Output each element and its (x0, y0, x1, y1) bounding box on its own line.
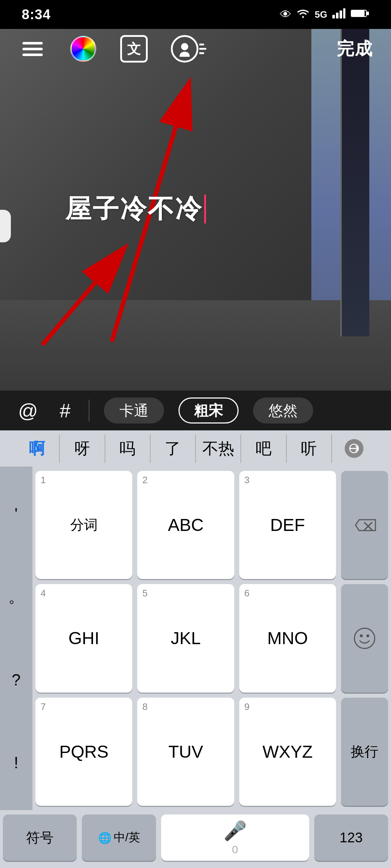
key-7-pqrs[interactable]: 7 PQRS (35, 698, 132, 806)
suggestion-bar: 啊 呀 吗 了 不热 吧 听 (0, 430, 391, 467)
question-key[interactable]: ? (2, 662, 31, 698)
key-4-ghi[interactable]: 4 GHI (35, 584, 132, 692)
mic-icon: 🎤 (223, 820, 247, 842)
voice-icon (171, 35, 198, 63)
space-key[interactable]: 🎤 0 (161, 814, 309, 861)
delete-suggestion-button[interactable] (332, 435, 377, 461)
svg-rect-0 (332, 15, 335, 18)
svg-rect-5 (367, 12, 369, 15)
enter-key[interactable]: 符号 换行 (341, 698, 388, 806)
text-zh-icon: 文 (120, 35, 148, 63)
keys-row-3: 7 PQRS 8 TUV 9 WXYZ 符号 换行 (35, 698, 388, 806)
suggestion-le[interactable]: 了 (151, 434, 196, 463)
suggestion-ma[interactable]: 吗 (105, 434, 151, 463)
color-wheel-icon (70, 36, 96, 62)
keys-row-2: 4 GHI 5 JKL 6 MNO (35, 584, 388, 692)
status-bar: 8:34 👁 5G (0, 0, 391, 29)
keys-grid: 1 分词 2 ABC 3 DEF (33, 467, 391, 810)
svg-rect-3 (343, 8, 345, 18)
font-youran-button[interactable]: 悠然 (253, 397, 313, 424)
exclaim-key[interactable]: ! (2, 745, 31, 781)
key-6-mno[interactable]: 6 MNO (239, 584, 336, 692)
room-floor (0, 300, 391, 391)
keys-row-1: 1 分词 2 ABC 3 DEF (35, 471, 388, 579)
key-5-jkl[interactable]: 5 JKL (137, 584, 234, 692)
svg-point-17 (360, 634, 363, 637)
font-style-bar: @ # 卡通 粗宋 悠然 (0, 391, 391, 430)
text-style-button[interactable]: 文 (119, 34, 148, 63)
suggestion-ba[interactable]: 吧 (241, 434, 286, 463)
photo-text-content: 屋子冷不冷 (65, 192, 203, 226)
svg-point-8 (181, 43, 188, 50)
voice-over-button[interactable] (170, 34, 199, 63)
svg-rect-2 (340, 10, 342, 18)
emoji-key[interactable] (341, 584, 388, 692)
key-2-abc[interactable]: 2 ABC (137, 471, 234, 579)
suggestion-ya[interactable]: 呀 (60, 434, 105, 463)
room-door (340, 29, 369, 336)
toolbar: 文 完成 (0, 29, 391, 69)
hamburger-menu-button[interactable] (18, 34, 47, 63)
signal-icon (332, 8, 345, 21)
key-1-fenci[interactable]: 1 分词 (35, 471, 132, 579)
period-key[interactable]: 。 (2, 579, 31, 615)
hamburger-icon (22, 42, 43, 56)
symbols-key[interactable]: 符号 (3, 814, 77, 861)
svg-point-16 (354, 628, 375, 648)
key-3-def[interactable]: 3 DEF (239, 471, 336, 579)
font-cartoon-button[interactable]: 卡通 (104, 397, 164, 424)
keyboard: ' 。 ? ! 1 分词 2 ABC 3 DEF (0, 467, 391, 868)
key-9-wxyz[interactable]: 9 WXYZ (239, 698, 336, 806)
hash-button[interactable]: # (56, 399, 74, 422)
eye-icon: 👁 (280, 8, 291, 21)
svg-rect-1 (336, 13, 339, 18)
color-picker-button[interactable] (69, 34, 98, 63)
battery-icon (350, 8, 369, 21)
at-button[interactable]: @ (14, 399, 42, 422)
space-num: 0 (232, 843, 238, 856)
text-cursor (204, 195, 206, 224)
wifi-icon (297, 8, 310, 21)
photo-text-overlay[interactable]: 屋子冷不冷 (65, 192, 206, 226)
suggestion-ting[interactable]: 听 (287, 434, 332, 463)
suggestion-ah[interactable]: 啊 (14, 434, 60, 463)
font-divider (89, 400, 89, 421)
svg-rect-7 (352, 10, 365, 16)
key-8-tuv[interactable]: 8 TUV (137, 698, 234, 806)
globe-icon: 🌐 (98, 831, 112, 844)
5g-icon: 5G (315, 9, 327, 20)
toolbar-left: 文 (18, 34, 199, 63)
status-time: 8:34 (22, 7, 51, 22)
delete-key[interactable] (341, 471, 388, 579)
lang-switch-key[interactable]: 🌐 中/英 (82, 814, 156, 861)
delete-icon (345, 439, 363, 458)
done-button[interactable]: 完成 (337, 37, 373, 60)
keyboard-main: ' 。 ? ! 1 分词 2 ABC 3 DEF (0, 467, 391, 810)
font-cusong-button[interactable]: 粗宋 (178, 397, 239, 424)
keyboard-bottom-row: 符号 🌐 中/英 🎤 0 123 (0, 810, 391, 868)
punctuation-column: ' 。 ? ! (0, 467, 33, 810)
suggestion-bure[interactable]: 不热 (196, 434, 241, 463)
numbers-key[interactable]: 123 (314, 814, 388, 861)
svg-point-18 (366, 634, 369, 637)
text-handle-left[interactable] (0, 210, 11, 242)
status-icons: 👁 5G (280, 8, 369, 21)
comma-key[interactable]: ' (2, 496, 31, 532)
